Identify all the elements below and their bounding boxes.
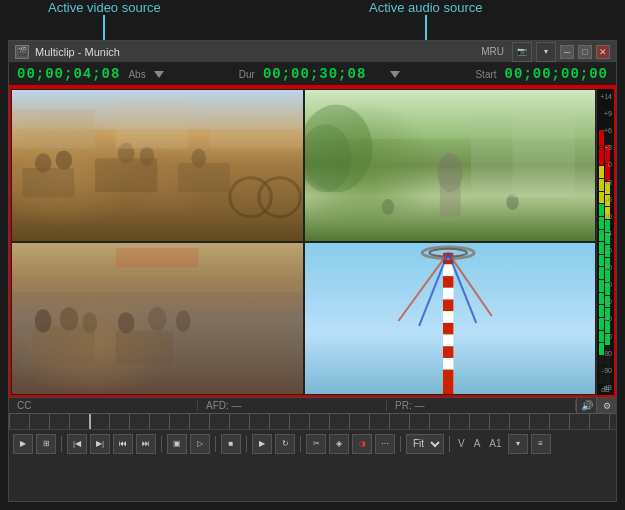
camera-icon-btn[interactable]: 📷 bbox=[512, 42, 532, 62]
play-loop-button[interactable]: ↻ bbox=[275, 434, 295, 454]
svg-point-9 bbox=[259, 178, 301, 217]
rewind-button[interactable]: ⏮ bbox=[113, 434, 133, 454]
vu-label-m30: -30 bbox=[600, 264, 612, 271]
video-grid bbox=[11, 89, 596, 395]
title-bar: 🎬 Multiclip - Munich MRU 📷 ▾ ─ □ ✕ bbox=[9, 41, 616, 63]
app-icon: 🎬 bbox=[15, 45, 29, 59]
audio-annotation-label: Active audio source bbox=[369, 0, 482, 15]
separator-6 bbox=[400, 436, 401, 452]
v-track-label: V bbox=[455, 438, 468, 449]
svg-rect-13 bbox=[209, 114, 302, 148]
config-icon[interactable]: ⚙ bbox=[596, 398, 616, 414]
svg-line-47 bbox=[398, 253, 448, 321]
svg-point-6 bbox=[140, 147, 155, 166]
color-button[interactable]: ◑ bbox=[352, 434, 372, 454]
abs-label: Abs bbox=[128, 69, 145, 80]
step-fwd-button[interactable]: ▶| bbox=[90, 434, 110, 454]
scene4-overlay bbox=[305, 243, 596, 394]
pr-status: PR: — bbox=[387, 400, 576, 411]
cc-status: CC bbox=[9, 400, 198, 411]
fit-select[interactable]: Fit bbox=[406, 434, 444, 454]
svg-rect-39 bbox=[442, 311, 452, 323]
more-button[interactable]: ⋯ bbox=[375, 434, 395, 454]
scene3-overlay bbox=[12, 243, 303, 394]
svg-point-30 bbox=[176, 310, 191, 331]
video-cell-1[interactable] bbox=[11, 89, 304, 242]
minimize-button[interactable]: ─ bbox=[560, 45, 574, 59]
svg-rect-41 bbox=[442, 335, 452, 347]
separator-7 bbox=[449, 436, 450, 452]
vu-label-m10: -10 bbox=[600, 213, 612, 220]
video-cell-2[interactable] bbox=[304, 89, 597, 242]
cut-button[interactable]: ✂ bbox=[306, 434, 326, 454]
window-title: Multiclip - Munich bbox=[35, 46, 481, 58]
vu-label-9: +9 bbox=[600, 110, 612, 117]
separator-3 bbox=[215, 436, 216, 452]
start-timecode: 00;00;00;00 bbox=[505, 66, 608, 82]
svg-rect-12 bbox=[116, 100, 189, 149]
svg-rect-11 bbox=[12, 109, 95, 148]
svg-point-26 bbox=[60, 307, 79, 330]
separator-4 bbox=[246, 436, 247, 452]
vu-label-m14: -14 bbox=[600, 230, 612, 237]
svg-rect-0 bbox=[22, 168, 74, 197]
audio-dropdown-btn[interactable]: ▾ bbox=[508, 434, 528, 454]
separator-5 bbox=[300, 436, 301, 452]
svg-rect-35 bbox=[442, 264, 452, 276]
svg-rect-32 bbox=[116, 248, 199, 267]
in-point-button[interactable]: ▶ bbox=[13, 434, 33, 454]
vu-label-0: 0 bbox=[600, 161, 612, 168]
settings-end-btn[interactable]: ≡ bbox=[531, 434, 551, 454]
vu-meter: +14 +9 +6 +3 0 -3 -6 -10 -14 -20 -30 -40… bbox=[596, 89, 614, 395]
current-timecode: 00;00;04;08 bbox=[17, 66, 120, 82]
play-button[interactable]: ▶ bbox=[252, 434, 272, 454]
match-frame-button[interactable]: ▣ bbox=[167, 434, 187, 454]
dur-label: Dur bbox=[239, 69, 255, 80]
scene2-overlay bbox=[305, 90, 596, 241]
fast-fwd-button[interactable]: ⏭ bbox=[136, 434, 156, 454]
video-annotation-label: Active video source bbox=[48, 0, 161, 15]
status-bar: CC AFD: — PR: — 🔊 ⚙ bbox=[9, 397, 616, 413]
svg-rect-37 bbox=[442, 288, 452, 300]
vu-label-db: dB bbox=[600, 384, 612, 391]
close-button[interactable]: ✕ bbox=[596, 45, 610, 59]
mark-button[interactable]: ▷ bbox=[190, 434, 210, 454]
timecode-dropdown[interactable] bbox=[154, 71, 164, 78]
a-track-label: A bbox=[471, 438, 484, 449]
vu-label-m70: -70 bbox=[600, 333, 612, 340]
step-back-button[interactable]: |◀ bbox=[67, 434, 87, 454]
playhead[interactable] bbox=[89, 414, 91, 429]
dropdown-btn[interactable]: ▾ bbox=[536, 42, 556, 62]
scene1-overlay bbox=[12, 90, 303, 241]
svg-rect-22 bbox=[512, 109, 574, 197]
vu-label-14: +14 bbox=[600, 93, 612, 100]
dissolve-button[interactable]: ◈ bbox=[329, 434, 349, 454]
svg-rect-42 bbox=[442, 346, 452, 358]
svg-point-3 bbox=[35, 153, 52, 172]
timeline-ticks bbox=[9, 414, 616, 429]
separator-2 bbox=[161, 436, 162, 452]
vu-label-m50: -50 bbox=[600, 298, 612, 305]
stop-button[interactable]: ■ bbox=[221, 434, 241, 454]
speaker-icon[interactable]: 🔊 bbox=[576, 398, 596, 414]
svg-rect-43 bbox=[442, 358, 452, 370]
svg-rect-38 bbox=[442, 300, 452, 312]
duration-timecode: 00;00;30;08 bbox=[263, 66, 366, 82]
svg-point-19 bbox=[381, 199, 393, 215]
svg-point-29 bbox=[148, 307, 167, 330]
start-label: Start bbox=[475, 69, 496, 80]
audio-source-indicator[interactable] bbox=[390, 71, 400, 78]
timeline[interactable] bbox=[9, 413, 616, 429]
window-controls: MRU 📷 ▾ ─ □ ✕ bbox=[481, 42, 610, 62]
grid-button[interactable]: ⊞ bbox=[36, 434, 56, 454]
vu-label-m60: -60 bbox=[600, 315, 612, 322]
svg-rect-44 bbox=[442, 370, 452, 394]
controls-bar: ▶ ⊞ |◀ ▶| ⏮ ⏭ ▣ ▷ ■ ▶ ↻ ✂ ◈ ◑ ⋯ Fit V A … bbox=[9, 429, 616, 457]
maximize-button[interactable]: □ bbox=[578, 45, 592, 59]
vu-label-m40: -40 bbox=[600, 281, 612, 288]
video-cell-3[interactable] bbox=[11, 242, 304, 395]
vu-label-m80: -80 bbox=[600, 350, 612, 357]
svg-point-27 bbox=[83, 312, 98, 333]
afd-status: AFD: — bbox=[198, 400, 387, 411]
video-cell-4[interactable] bbox=[304, 242, 597, 395]
